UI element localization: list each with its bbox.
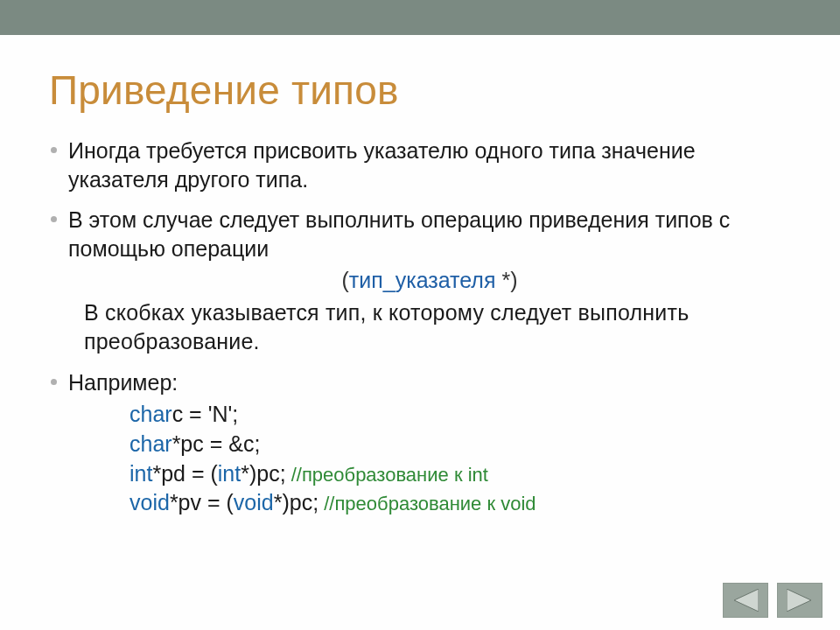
bullet-list: Иногда требуется присвоить указателю одн… — [49, 136, 791, 518]
syntax-explanation: В скобках указывается тип, к которому сл… — [84, 298, 791, 356]
prev-button[interactable] — [723, 583, 768, 618]
arrow-left-icon — [732, 589, 759, 612]
code-l3-after: *)pc; — [241, 461, 285, 486]
kw-void-2: void — [234, 490, 274, 514]
kw-int-2: int — [218, 461, 241, 486]
presentation-slide: Приведение типов Иногда требуется присво… — [0, 0, 840, 630]
paren-open: ( — [342, 268, 349, 292]
paren-close: *) — [501, 268, 517, 292]
kw-char-2: char — [130, 431, 172, 456]
svg-marker-1 — [787, 589, 811, 612]
bullet-3-text: Например: — [68, 370, 178, 395]
kw-int-1: int — [130, 461, 152, 486]
code-l4-after: *)pc; — [274, 490, 318, 514]
code-l3-mid: *pd = ( — [152, 461, 217, 486]
code-line-2: char*pc = &c; — [130, 430, 791, 459]
comment-int: //преобразование к int — [286, 464, 488, 486]
slide-body: Приведение типов Иногда требуется присво… — [0, 35, 840, 630]
code-l2-rest: *pc = &c; — [172, 431, 261, 456]
bullet-2: В этом случае следует выполнить операцию… — [49, 206, 791, 356]
code-line-1: charc = 'N'; — [130, 400, 791, 430]
code-line-4: void*pv = (void*)pc; //преобразование к … — [130, 488, 791, 518]
decorative-top-bar — [0, 0, 840, 35]
bullet-2-text: В этом случае следует выполнить операцию… — [68, 207, 730, 261]
kw-void-1: void — [130, 490, 170, 514]
bullet-3: Например: charc = 'N'; char*pc = &c; int… — [49, 368, 791, 519]
code-example: charc = 'N'; char*pc = &c; int*pd = (int… — [130, 400, 791, 518]
cast-syntax: (тип_указателя *) — [68, 266, 791, 295]
comment-void: //преобразование к void — [318, 493, 536, 514]
nav-buttons — [723, 583, 822, 618]
bullet-1-text: Иногда требуется присвоить указателю одн… — [68, 138, 696, 192]
code-l1-rest: c = 'N'; — [172, 402, 239, 426]
pointer-type-kw: тип_указателя — [349, 268, 502, 292]
next-button[interactable] — [777, 583, 822, 618]
slide-title: Приведение типов — [49, 66, 791, 114]
bullet-1: Иногда требуется присвоить указателю одн… — [49, 136, 791, 193]
kw-char-1: char — [130, 402, 172, 426]
code-l4-mid: *pv = ( — [170, 490, 234, 514]
svg-marker-0 — [734, 589, 759, 612]
arrow-right-icon — [787, 589, 813, 612]
code-line-3: int*pd = (int*)pc; //преобразование к in… — [130, 459, 791, 489]
